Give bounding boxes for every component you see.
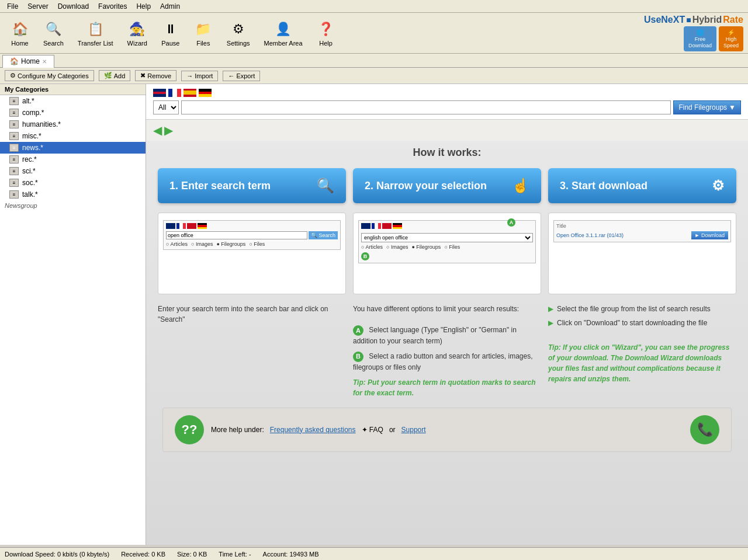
toolbar-files[interactable]: 📁 Files [188, 18, 219, 49]
remove-label: Remove [147, 72, 171, 79]
sidebar-item-humanities[interactable]: ≡ humanities.* [0, 119, 146, 130]
sidebar-item-comp-label: comp.* [22, 109, 44, 117]
remove-button[interactable]: ✖ Remove [135, 70, 176, 81]
step2-button[interactable]: 2. Narrow your selection ☝ [353, 168, 541, 203]
preview1-mock: 🔍 Search ○ Articles ○ Images ● Filegroup… [163, 220, 341, 250]
sidebar-item-misc[interactable]: ≡ misc.* [0, 130, 146, 142]
preview1-radios: ○ Articles ○ Images ● Filegroups ○ Files [166, 241, 338, 247]
export-button[interactable]: ← Export [223, 71, 260, 81]
preview3-file-name: Open Office 3.1.1.rar (01/43) [556, 232, 624, 238]
flag-english[interactable] [153, 89, 166, 97]
category-icon: ≡ [9, 167, 19, 175]
badge-b: B [353, 352, 363, 362]
toolbar-home[interactable]: 🏠 Home [5, 18, 35, 49]
sidebar-item-sci[interactable]: ≡ sci.* [0, 165, 146, 177]
preview3-download-btn[interactable]: ► Download [691, 231, 728, 239]
menu-server[interactable]: Server [23, 1, 53, 12]
sidebar-item-comp[interactable]: ≡ comp.* [0, 107, 146, 119]
search-controls: All Find Filegroups ▼ [153, 100, 741, 114]
content-area: All Find Filegroups ▼ ◀ ▶ How it works: … [146, 84, 748, 545]
menu-help[interactable]: Help [131, 1, 155, 12]
preview1-search-input[interactable] [166, 231, 307, 239]
bullet1-arrow: ▶ [548, 304, 553, 314]
preview3-mock: Title Open Office 3.1.1.rar (01/43) ► Do… [553, 220, 731, 242]
sidebar-item-rec[interactable]: ≡ rec.* [0, 154, 146, 165]
help-question-icon: ?? [175, 415, 204, 444]
toolbar-transfer-label: Transfer List [78, 40, 113, 47]
category-icon: ≡ [9, 120, 19, 128]
support-link[interactable]: Support [401, 426, 426, 434]
configure-categories-button[interactable]: ⚙ Configure My Categories [5, 70, 94, 81]
desc2-b-text: Select a radio button and search for art… [353, 352, 533, 371]
flag-french[interactable] [168, 89, 181, 97]
export-icon: ← [228, 72, 234, 79]
badge-a-preview: A [507, 218, 515, 227]
mini-flag-fr [176, 223, 186, 229]
search-icon: 🔍 [44, 20, 63, 39]
sidebar-item-alt[interactable]: ≡ alt.* [0, 95, 146, 107]
nav-back-button[interactable]: ◀ [153, 123, 162, 137]
tab-home[interactable]: 🏠 Home ✕ [2, 55, 54, 68]
flag-spanish[interactable] [183, 89, 196, 97]
search-input[interactable] [181, 100, 671, 114]
desc-row: Enter your search term into the search b… [158, 304, 736, 398]
toolbar-member-area[interactable]: 👤 Member Area [258, 18, 309, 49]
remove-icon: ✖ [140, 72, 146, 79]
menu-download[interactable]: Download [53, 1, 94, 12]
transfer-list-icon: 📋 [86, 20, 105, 39]
configure-label: Configure My Categories [18, 72, 89, 79]
find-filegroups-button[interactable]: Find Filegroups ▼ [673, 100, 741, 114]
desc2-tip: Tip: Put your search term in quotation m… [353, 377, 541, 398]
step3-label: 3. Start download [560, 180, 647, 192]
desc2-a-text: Select language (Type "English" or "Germ… [353, 326, 517, 345]
home-tab-label: Home [21, 57, 40, 65]
toolbar-settings[interactable]: ⚙ Settings [221, 18, 256, 49]
sidebar-item-talk-label: talk.* [22, 190, 38, 199]
category-icon: ≡ [9, 97, 19, 105]
toolbar-wizard[interactable]: 🧙 Wizard [122, 18, 153, 49]
preview1-search-btn[interactable]: 🔍 Search [309, 231, 338, 239]
toolbar-transfer-list[interactable]: 📋 Transfer List [72, 18, 119, 49]
nav-forward-button[interactable]: ▶ [164, 123, 173, 137]
sidebar-item-news-label: news.* [22, 144, 43, 152]
step1-button[interactable]: 1. Enter search term 🔍 [158, 168, 346, 203]
sidebar-header: My Categories [0, 84, 146, 95]
menu-admin[interactable]: Admin [155, 1, 185, 12]
category-icon: ≡ [9, 144, 19, 152]
flag-german[interactable] [199, 89, 212, 97]
radio2-images: ○ Images [386, 244, 408, 250]
radio-filegroups: ● Filegroups [216, 241, 245, 247]
step3-button[interactable]: 3. Start download ⚙ [548, 168, 736, 203]
desc2-box: You have different options to limit your… [353, 304, 541, 398]
category-icon: ≡ [9, 132, 19, 140]
sidebar-item-soc[interactable]: ≡ soc.* [0, 177, 146, 189]
import-button[interactable]: → Import [181, 71, 218, 81]
desc3-bullet2-row: ▶ Click on "Download" to start downloadi… [548, 318, 736, 328]
toolbar-help[interactable]: ❓ Help [311, 18, 341, 49]
preview2-radios: ○ Articles ○ Images ● Filegroups ○ Files [361, 244, 533, 250]
sidebar-item-talk[interactable]: ≡ talk.* [0, 189, 146, 200]
sidebar-item-sci-label: sci.* [22, 167, 36, 175]
sidebar-item-rec-label: rec.* [22, 155, 37, 164]
desc2-intro: You have different options to limit your… [353, 304, 541, 314]
category-select[interactable]: All [153, 100, 179, 114]
toolbar-settings-label: Settings [227, 40, 250, 47]
preview2-dropdown[interactable]: english open office [361, 233, 533, 242]
wizard-icon: 🧙 [128, 20, 147, 39]
add-button[interactable]: 🌿 Add [99, 70, 131, 81]
sidebar: My Categories ≡ alt.* ≡ comp.* ≡ humanit… [0, 84, 146, 545]
import-label: Import [195, 72, 213, 79]
desc1-text: Enter your search term into the search b… [158, 304, 346, 325]
tab-close-button[interactable]: ✕ [42, 58, 47, 65]
faq-link[interactable]: Frequently asked questions [270, 426, 356, 434]
find-dropdown-icon: ▼ [729, 103, 736, 112]
toolbar-search[interactable]: 🔍 Search [37, 18, 70, 49]
preview2-box: A english open office ○ Articles [353, 213, 541, 294]
toolbar-pause[interactable]: ⏸ Pause [155, 18, 186, 49]
sidebar-item-news[interactable]: ≡ news.* [0, 142, 146, 154]
desc3-box: ▶ Select the file group from the list of… [548, 304, 736, 398]
desc3-bullet2-text: Click on "Download" to start downloading… [557, 318, 707, 328]
preview3-file-row: Open Office 3.1.1.rar (01/43) ► Download [556, 231, 728, 239]
menu-favorites[interactable]: Favorites [94, 1, 131, 12]
menu-file[interactable]: File [2, 1, 23, 12]
